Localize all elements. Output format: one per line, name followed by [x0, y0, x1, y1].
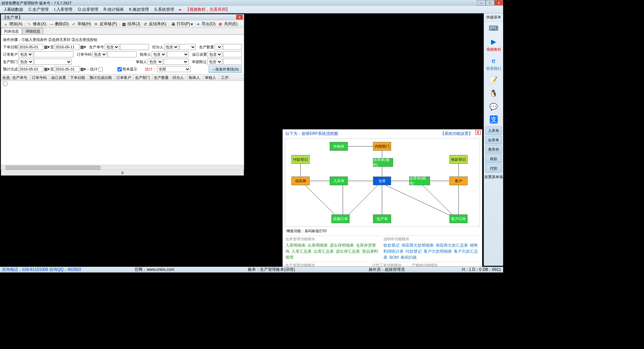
search-button[interactable]: ←按条件查找(S): [209, 66, 242, 73]
calendar-icon[interactable]: ▦▾: [80, 67, 86, 71]
outbound-button[interactable]: 出库单: [485, 136, 502, 144]
tab-list[interactable]: 列表信息: [1, 28, 22, 34]
node-supplier[interactable]: 供应商: [291, 177, 310, 185]
remark-input[interactable]: [223, 59, 242, 65]
node-out-sale[interactable]: 出库单(销售): [409, 177, 430, 185]
col-handler[interactable]: 经办人: [171, 74, 187, 81]
maker-input[interactable]: [167, 51, 189, 57]
select-all-checkbox[interactable]: [3, 82, 7, 86]
calendar-icon[interactable]: ▦▾: [80, 45, 86, 49]
module-link[interactable]: BOM: [389, 255, 398, 260]
unclose-order-button[interactable]: ↺反结单(K): [142, 21, 168, 27]
col-custom[interactable]: 自己设置: [50, 74, 69, 81]
node-sales-order[interactable]: 客户订单: [449, 214, 468, 223]
dept-input[interactable]: [34, 59, 71, 65]
module-link[interactable]: 供应商欠款汇总表: [436, 243, 468, 248]
prodno-input[interactable]: [120, 44, 149, 50]
col-qty[interactable]: 生产数量: [153, 74, 171, 81]
handler-op-select[interactable]: 包含: [164, 44, 179, 50]
minimize-button[interactable]: —: [477, 0, 486, 5]
menu-outbound[interactable]: O.出库管理: [75, 6, 101, 13]
menu-inbound[interactable]: I.入库管理: [51, 6, 75, 13]
node-apply[interactable]: 申购单: [330, 142, 348, 151]
maximize-button[interactable]: □: [486, 0, 494, 5]
col-cust[interactable]: 订单客户: [115, 74, 134, 81]
est-to-input[interactable]: [55, 66, 79, 72]
audit-button[interactable]: ✔审核(H): [71, 21, 93, 27]
module-link[interactable]: 供应商欠款明细表: [401, 243, 434, 248]
pay-button[interactable]: 付款: [485, 164, 502, 172]
export-button[interactable]: ➜导出(O): [195, 21, 217, 27]
menu-accounts[interactable]: K.账款管理: [126, 6, 152, 13]
menu-production[interactable]: C.生产管理: [26, 6, 51, 13]
tab-detail[interactable]: 详细信息: [22, 28, 43, 34]
date-to-input[interactable]: [55, 44, 79, 50]
menu-system[interactable]: S.系统管理: [152, 6, 177, 13]
node-recvreg[interactable]: 收款登记: [449, 155, 468, 164]
calculator-shortcut[interactable]: ⌨: [484, 21, 503, 35]
close-order-button[interactable]: ▦结单(J): [121, 21, 142, 27]
col-prodno[interactable]: 生产单号: [11, 74, 31, 81]
custom-op-select[interactable]: 包含: [208, 51, 222, 57]
col-orderdate[interactable]: 下单日期: [69, 74, 88, 81]
module-link[interactable]: 入库汇总表: [291, 249, 312, 254]
node-dept[interactable]: 内部部门: [373, 142, 391, 151]
module-link[interactable]: 入库明细表: [285, 243, 306, 248]
notepad-shortcut[interactable]: 📝: [484, 73, 503, 87]
cust-input[interactable]: [34, 51, 73, 57]
node-purchase-order[interactable]: 采购订单: [331, 214, 350, 223]
module-link[interactable]: 客户欠款明细表: [424, 249, 452, 254]
node-customer[interactable]: 客户: [449, 177, 468, 185]
module-link[interactable]: 出库明细表: [308, 243, 328, 248]
flow-close-button[interactable]: X: [475, 130, 481, 135]
maker-op-select[interactable]: 包含: [152, 51, 166, 57]
system-settings-link[interactable]: 【系统功能设置】: [440, 131, 473, 137]
orderno-input[interactable]: [108, 51, 137, 57]
orderno-op-select[interactable]: 包含: [92, 51, 107, 57]
wechat-shortcut[interactable]: 💬: [484, 100, 503, 113]
auditor-op-select[interactable]: 包含: [148, 59, 163, 65]
stock-button[interactable]: 查库存: [485, 145, 502, 154]
unaudit-button[interactable]: ✖反审核(F): [93, 21, 118, 27]
delete-button[interactable]: —删除(D): [48, 21, 70, 27]
close-button[interactable]: ✕: [494, 0, 503, 5]
receive-button[interactable]: 收款: [485, 155, 502, 163]
node-production-order[interactable]: 生产单: [373, 214, 391, 223]
col-flow[interactable]: 工序: [220, 74, 230, 81]
date-from-input[interactable]: [18, 44, 43, 50]
node-out-material[interactable]: 出库单(领料): [373, 158, 393, 167]
inbound-button[interactable]: 入库单: [485, 127, 502, 135]
auditor-input[interactable]: [164, 59, 189, 65]
qty-op-select[interactable]: [215, 44, 222, 50]
handler-input[interactable]: [179, 44, 196, 50]
set-menu-link[interactable]: 设置菜单项: [484, 174, 503, 180]
video-tutorial-shortcut[interactable]: ▶视频教程: [484, 35, 503, 54]
menu-video-tutorial[interactable]: 【视频教程，先看再用】: [183, 6, 232, 13]
col-maker[interactable]: 制单人: [187, 74, 204, 81]
est-from-input[interactable]: [18, 66, 43, 72]
menu-reports[interactable]: R.统计报表: [101, 6, 126, 13]
close-panel-button[interactable]: ⊘关闭(E): [217, 21, 239, 27]
print-button[interactable]: 🖶打印(P) ▾: [170, 21, 194, 27]
module-link[interactable]: 出库汇总表: [314, 249, 334, 254]
horizontal-scrollbar[interactable]: [1, 165, 244, 169]
menu-basic-data[interactable]: J.基础数据: [1, 6, 26, 13]
custom-input[interactable]: [223, 51, 242, 57]
total-select[interactable]: 全部: [157, 66, 191, 72]
calendar-icon[interactable]: ▦▾: [44, 45, 50, 49]
node-inbound[interactable]: 入库单: [330, 177, 348, 185]
panel-close-button[interactable]: ✕: [236, 15, 243, 19]
col-select[interactable]: 全选: [1, 74, 11, 81]
node-payreg[interactable]: 付款登记: [291, 155, 310, 164]
contact-us-shortcut[interactable]: e联系我们: [484, 54, 503, 73]
qq-shortcut[interactable]: 🐧: [484, 87, 503, 100]
dept-op-select[interactable]: 包含: [18, 59, 34, 65]
module-link[interactable]: 进出存汇总表: [336, 249, 360, 254]
qty-input[interactable]: [223, 44, 242, 50]
cust-op-select[interactable]: 包含: [18, 51, 33, 57]
module-link[interactable]: 条码扫描: [400, 255, 417, 260]
prodno-op-select[interactable]: 包含: [105, 44, 119, 50]
remark-op-select[interactable]: 包含: [207, 59, 222, 65]
alipay-shortcut[interactable]: 支: [484, 113, 503, 126]
module-link[interactable]: 付款登记: [406, 249, 422, 254]
